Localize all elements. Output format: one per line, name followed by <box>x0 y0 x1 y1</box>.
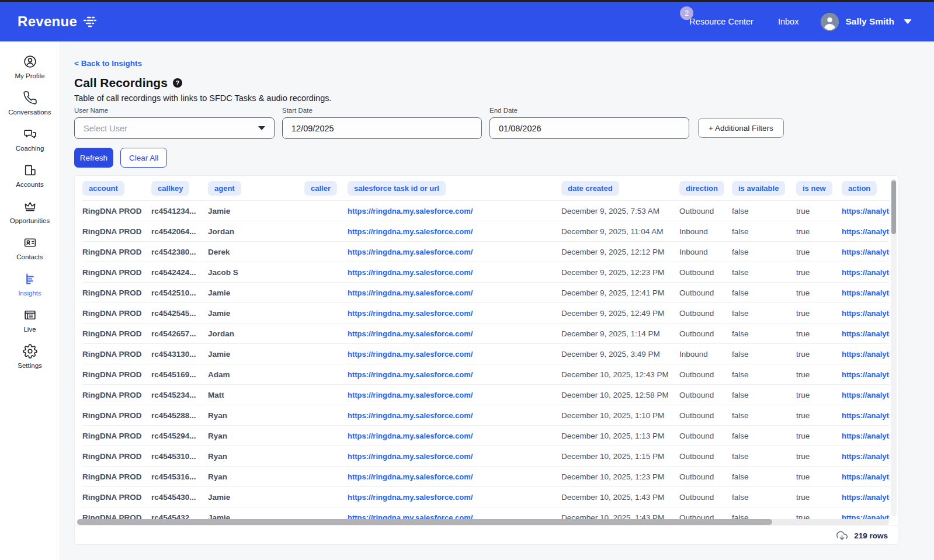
avatar[interactable] <box>821 13 839 31</box>
cell-salesforce[interactable]: https://ringdna.my.salesforce.com/ <box>348 405 561 426</box>
analytics-action-link[interactable]: https://analytics. <box>842 248 890 256</box>
cell-salesforce[interactable]: https://ringdna.my.salesforce.com/ <box>348 303 561 324</box>
cell-salesforce[interactable]: https://ringdna.my.salesforce.com/ <box>348 446 561 467</box>
analytics-action-link[interactable]: https://analytics. <box>842 370 890 379</box>
salesforce-task-link[interactable]: https://ringdna.my.salesforce.com/ <box>348 513 473 519</box>
horizontal-scrollbar-thumb[interactable] <box>77 519 772 525</box>
column-header-salesforce[interactable]: salesforce task id or url <box>348 181 446 196</box>
sidebar-item-conversations[interactable]: Conversations <box>0 91 60 127</box>
salesforce-task-link[interactable]: https://ringdna.my.salesforce.com/ <box>348 472 473 481</box>
start-date-input[interactable]: 12/09/2025 <box>282 117 482 139</box>
salesforce-task-link[interactable]: https://ringdna.my.salesforce.com/ <box>348 370 473 379</box>
back-to-insights-link[interactable]: < Back to Insights <box>74 59 142 68</box>
cell-action[interactable]: https://analytics. <box>842 487 890 507</box>
column-header-callkey[interactable]: callkey <box>151 181 189 196</box>
cell-action[interactable]: https://analytics. <box>842 344 890 364</box>
salesforce-task-link[interactable]: https://ringdna.my.salesforce.com/ <box>348 432 473 440</box>
cell-action[interactable]: https://analytics. <box>842 467 890 487</box>
cell-action[interactable]: https://analytics. <box>842 283 890 303</box>
sidebar-item-settings[interactable]: Settings <box>0 344 60 380</box>
column-header-is-new[interactable]: is new <box>796 181 832 196</box>
cell-action[interactable]: https://analytics. <box>842 405 890 426</box>
salesforce-task-link[interactable]: https://ringdna.my.salesforce.com/ <box>348 350 473 359</box>
cell-salesforce[interactable]: https://ringdna.my.salesforce.com/ <box>348 324 561 344</box>
cell-action[interactable]: https://analytics. <box>842 324 890 344</box>
analytics-action-link[interactable]: https://analytics. <box>842 309 890 318</box>
nav-resource-center[interactable]: 2 Resource Center <box>689 17 754 26</box>
salesforce-task-link[interactable]: https://ringdna.my.salesforce.com/ <box>348 227 473 236</box>
clear-all-button[interactable]: Clear All <box>120 148 167 168</box>
column-header-agent[interactable]: agent <box>208 181 241 196</box>
salesforce-task-link[interactable]: https://ringdna.my.salesforce.com/ <box>348 391 473 399</box>
salesforce-task-link[interactable]: https://ringdna.my.salesforce.com/ <box>348 288 473 297</box>
analytics-action-link[interactable]: https://analytics. <box>842 452 890 461</box>
sidebar-item-insights[interactable]: Insights <box>0 272 60 308</box>
salesforce-task-link[interactable]: https://ringdna.my.salesforce.com/ <box>348 248 473 256</box>
salesforce-task-link[interactable]: https://ringdna.my.salesforce.com/ <box>348 493 473 502</box>
analytics-action-link[interactable]: https://analytics. <box>842 493 890 502</box>
cell-action[interactable]: https://analytics. <box>842 221 890 242</box>
cell-action[interactable]: https://analytics. <box>842 364 890 385</box>
chevron-down-icon[interactable] <box>904 19 912 24</box>
analytics-action-link[interactable]: https://analytics. <box>842 329 890 338</box>
sidebar-item-contacts[interactable]: Contacts <box>0 235 60 272</box>
analytics-action-link[interactable]: https://analytics. <box>842 207 890 215</box>
help-icon[interactable]: ? <box>173 78 182 88</box>
refresh-button[interactable]: Refresh <box>74 148 113 168</box>
salesforce-task-link[interactable]: https://ringdna.my.salesforce.com/ <box>348 309 473 318</box>
column-header-direction[interactable]: direction <box>679 181 724 196</box>
sidebar-item-my-profile[interactable]: My Profile <box>0 54 60 91</box>
column-header-caller[interactable]: caller <box>304 181 337 196</box>
analytics-action-link[interactable]: https://analytics. <box>842 391 890 399</box>
cell-salesforce[interactable]: https://ringdna.my.salesforce.com/ <box>348 364 561 385</box>
analytics-action-link[interactable]: https://analytics. <box>842 472 890 481</box>
analytics-action-link[interactable]: https://analytics. <box>842 288 890 297</box>
end-date-input[interactable]: 01/08/2026 <box>489 117 689 139</box>
salesforce-task-link[interactable]: https://ringdna.my.salesforce.com/ <box>348 207 473 215</box>
cell-salesforce[interactable]: https://ringdna.my.salesforce.com/ <box>348 426 561 446</box>
salesforce-task-link[interactable]: https://ringdna.my.salesforce.com/ <box>348 411 473 420</box>
cell-salesforce[interactable]: https://ringdna.my.salesforce.com/ <box>348 385 561 405</box>
cell-salesforce[interactable]: https://ringdna.my.salesforce.com/ <box>348 262 561 283</box>
sidebar-item-opportunities[interactable]: Opportunities <box>0 199 60 235</box>
sidebar-item-coaching[interactable]: Coaching <box>0 127 60 163</box>
cell-salesforce[interactable]: https://ringdna.my.salesforce.com/ <box>348 221 561 242</box>
cell-action[interactable]: https://analytics. <box>842 303 890 324</box>
analytics-action-link[interactable]: https://analytics. <box>842 513 890 519</box>
cell-action[interactable]: https://analytics. <box>842 262 890 283</box>
cell-salesforce[interactable]: https://ringdna.my.salesforce.com/ <box>348 487 561 507</box>
analytics-action-link[interactable]: https://analytics. <box>842 411 890 420</box>
cell-salesforce[interactable]: https://ringdna.my.salesforce.com/ <box>348 283 561 303</box>
column-header-date-created[interactable]: date created <box>561 181 619 196</box>
cell-salesforce[interactable]: https://ringdna.my.salesforce.com/ <box>348 344 561 364</box>
analytics-action-link[interactable]: https://analytics. <box>842 432 890 440</box>
cloud-download-icon[interactable] <box>836 530 848 541</box>
cell-action[interactable]: https://analytics. <box>842 242 890 262</box>
cell-salesforce[interactable]: https://ringdna.my.salesforce.com/ <box>348 467 561 487</box>
nav-inbox[interactable]: Inbox <box>778 17 798 26</box>
analytics-action-link[interactable]: https://analytics. <box>842 227 890 236</box>
column-header-account[interactable]: account <box>82 181 124 196</box>
analytics-action-link[interactable]: https://analytics. <box>842 350 890 359</box>
cell-action[interactable]: https://analytics. <box>842 385 890 405</box>
column-header-action[interactable]: action <box>842 181 877 196</box>
salesforce-task-link[interactable]: https://ringdna.my.salesforce.com/ <box>348 268 473 277</box>
cell-action[interactable]: https://analytics. <box>842 426 890 446</box>
revenue-logo[interactable]: Revenue <box>18 13 98 30</box>
user-select[interactable]: Select User <box>74 117 275 139</box>
analytics-action-link[interactable]: https://analytics. <box>842 268 890 277</box>
cell-salesforce[interactable]: https://ringdna.my.salesforce.com/ <box>348 201 561 221</box>
sidebar-item-live[interactable]: Live <box>0 308 60 344</box>
cell-salesforce[interactable]: https://ringdna.my.salesforce.com/ <box>348 507 561 520</box>
user-menu[interactable]: Sally Smith <box>845 16 894 27</box>
column-header-is-available[interactable]: is available <box>732 181 785 196</box>
cell-action[interactable]: https://analytics. <box>842 507 890 520</box>
salesforce-task-link[interactable]: https://ringdna.my.salesforce.com/ <box>348 329 473 338</box>
cell-action[interactable]: https://analytics. <box>842 446 890 467</box>
cell-salesforce[interactable]: https://ringdna.my.salesforce.com/ <box>348 242 561 262</box>
additional-filters-button[interactable]: + Additional Filters <box>698 118 784 138</box>
vertical-scrollbar-thumb[interactable] <box>891 180 896 234</box>
sidebar-item-accounts[interactable]: Accounts <box>0 163 60 199</box>
salesforce-task-link[interactable]: https://ringdna.my.salesforce.com/ <box>348 452 473 461</box>
cell-action[interactable]: https://analytics. <box>842 201 890 221</box>
